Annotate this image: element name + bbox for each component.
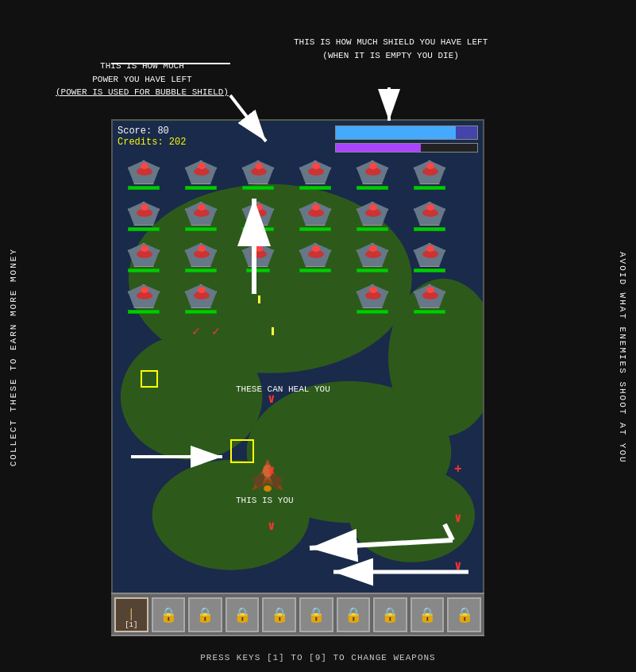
you-annotation-text: THIS IS YOU (236, 494, 294, 508)
enemy-ship (178, 160, 224, 200)
credits-text: Credits: 202 (118, 137, 186, 148)
weapon-slot-10[interactable]: 🔒 (447, 597, 481, 632)
weapon-slot-5[interactable]: 🔒 (262, 597, 296, 632)
power-bar (335, 143, 478, 153)
bullet (272, 327, 274, 335)
enemy-projectile: + (454, 462, 462, 477)
lock-icon: 🔒 (196, 606, 214, 624)
enemy-ship (292, 160, 338, 200)
heal-annotation: THESE CAN HEAL YOU (236, 383, 330, 396)
player-indicator2 (141, 370, 158, 388)
empty-slot (292, 284, 338, 324)
power-bar-fill (336, 144, 421, 152)
lock-icon: 🔒 (307, 606, 325, 624)
weapon-bar: | [1] 🔒 🔒 🔒 🔒 🔒 🔒 🔒 🔒 🔒 (111, 593, 484, 636)
enemy-ship (121, 202, 167, 241)
weapon-slot-9[interactable]: 🔒 (411, 597, 445, 632)
enemy-ship (121, 284, 167, 324)
enemy-projectile: ✓ (192, 323, 200, 339)
you-annotation: THIS IS YOU (236, 494, 294, 508)
enemy-ship (121, 160, 167, 200)
slot-label: [1] (125, 621, 137, 629)
heal-item: + (256, 232, 264, 246)
right-side-text: AVOID WHAT ENEMIES SHOOT AT YOU (617, 135, 628, 580)
press-keys-text: PRESS KEYS [1] TO [9] TO CHANGE WEAPONS (0, 653, 636, 662)
enemy-ship (121, 243, 167, 283)
weapon-slot-8[interactable]: 🔒 (373, 597, 407, 632)
shield-bar (335, 126, 478, 140)
lock-icon: 🔒 (381, 606, 399, 624)
game-screen: Score: 80 Credits: 202 (111, 119, 484, 596)
enemy-ship (407, 284, 453, 324)
bullet-icon: | (127, 608, 135, 622)
enemy-ship (235, 243, 281, 283)
lock-icon: 🔒 (418, 606, 436, 624)
enemy-ship (235, 160, 281, 200)
weapon-slot-3[interactable]: 🔒 (188, 597, 222, 632)
lock-icon: 🔒 (271, 606, 288, 624)
enemy-projectile: ∨ (454, 558, 462, 574)
weapon-slot-2[interactable]: 🔒 (152, 597, 186, 632)
power-annotation-text: THIS IS HOW MUCHPOWER YOU HAVE LEFT(POWE… (56, 60, 229, 99)
enemy-projectile: ✓ (212, 323, 220, 339)
weapon-slot-7[interactable]: 🔒 (337, 597, 371, 632)
lock-icon: 🔒 (233, 606, 251, 624)
shield-annotation-text: THIS IS HOW MUCH SHIELD YOU HAVE LEFT(WH… (294, 36, 488, 62)
lock-icon: 🔒 (160, 606, 177, 624)
left-side-text: COLLECT THESE TO EARN MORE MONEY (8, 135, 19, 580)
lock-icon: 🔒 (456, 606, 473, 624)
score-text: Score: 80 (118, 126, 186, 137)
shield-annotation: THIS IS HOW MUCH SHIELD YOU HAVE LEFT(WH… (294, 36, 488, 62)
enemy-grid (121, 160, 470, 324)
weapon-slot-1[interactable]: | [1] (114, 597, 148, 632)
enemy-ship (407, 160, 453, 200)
enemy-ship (349, 202, 395, 241)
weapon-slot-6[interactable]: 🔒 (299, 597, 333, 632)
enemy-projectile: ∨ (268, 518, 276, 534)
empty-slot (235, 284, 281, 324)
power-annotation: THIS IS HOW MUCHPOWER YOU HAVE LEFT(POWE… (56, 60, 229, 99)
enemy-projectile: ∨ (454, 510, 462, 526)
enemy-ship (178, 202, 224, 241)
player-indicator (230, 439, 254, 463)
enemy-ship (292, 202, 338, 241)
enemy-ship (178, 284, 224, 324)
enemy-ship (349, 243, 395, 283)
score-panel: Score: 80 Credits: 202 (118, 126, 186, 148)
enemy-ship (407, 202, 453, 241)
weapon-slot-4[interactable]: 🔒 (225, 597, 260, 632)
enemy-ship (178, 243, 224, 283)
enemy-ship (407, 243, 453, 283)
enemy-ship (349, 284, 395, 324)
lock-icon: 🔒 (345, 606, 362, 624)
shield-bar-fill (336, 126, 456, 139)
bullet (258, 295, 260, 303)
enemy-ship (349, 160, 395, 200)
game-wrapper: THIS IS HOW MUCHPOWER YOU HAVE LEFT(POWE… (0, 0, 636, 672)
enemy-projectile: ∨ (268, 462, 276, 478)
svg-point-12 (264, 485, 272, 492)
heal-annotation-text: THESE CAN HEAL YOU (236, 383, 330, 396)
enemy-ship (292, 243, 338, 283)
